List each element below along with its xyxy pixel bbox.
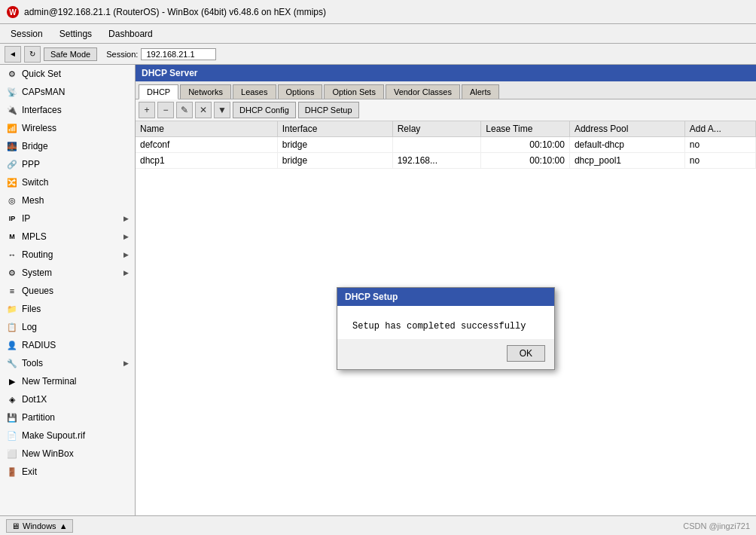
queues-icon: ≡ [6,285,18,297]
dialog: DHCP Setup Setup has completed successfu… [337,287,555,370]
make-supout-icon: 📄 [6,430,18,442]
mpls-arrow-icon: ▶ [123,233,129,240]
sidebar-label-tools: Tools [22,358,43,368]
sidebar-item-make-supout[interactable]: 📄 Make Supout.rif [0,426,135,445]
sidebar-label-radius: RADIUS [22,340,56,350]
files-icon: 📁 [6,303,18,315]
sidebar-item-bridge[interactable]: 🌉 Bridge [0,137,135,155]
interfaces-icon: 🔌 [6,104,18,116]
dhcp-config-button[interactable]: DHCP Config [233,102,296,118]
session-value: 192.168.21.1 [141,48,216,60]
tab-alerts[interactable]: Alerts [462,84,499,99]
ppp-icon: 🔗 [6,158,18,170]
safe-mode-button[interactable]: Safe Mode [44,47,97,61]
sidebar-label-ppp: PPP [22,159,40,170]
sidebar-item-ip[interactable]: IP IP ▶ [0,209,135,228]
sidebar-label-quick-set: Quick Set [22,69,61,79]
sidebar-item-mpls[interactable]: M MPLS ▶ [0,228,135,246]
sidebar-item-partition[interactable]: 💾 Partition [0,408,135,426]
tab-option-sets[interactable]: Option Sets [324,84,383,99]
radius-icon: 👤 [6,339,18,351]
session-label: Session: [106,50,138,59]
sidebar-label-system: System [22,268,52,278]
sidebar-item-switch[interactable]: 🔀 Switch [0,173,135,191]
tools-icon: 🔧 [6,357,18,369]
sidebar-item-queues[interactable]: ≡ Queues [0,282,135,300]
sidebar-item-routing[interactable]: ↔ Routing ▶ [0,246,135,264]
sidebar-item-log[interactable]: 📋 Log [0,318,135,336]
add-button[interactable]: + [139,102,155,118]
sidebar-item-ppp[interactable]: 🔗 PPP [0,155,135,173]
remove-button[interactable]: − [157,102,174,118]
sidebar-item-radius[interactable]: 👤 RADIUS [0,336,135,354]
menu-bar: Session Settings Dashboard [0,24,756,44]
tab-options[interactable]: Options [278,84,323,99]
toolbar: + − ✎ ✕ ▼ DHCP Config DHCP Setup [136,99,756,121]
tab-networks[interactable]: Networks [180,84,231,99]
sidebar-item-dot1x[interactable]: ◈ Dot1X [0,390,135,408]
close-button[interactable]: ✕ [195,102,212,118]
sidebar-item-new-winbox[interactable]: ⬜ New WinBox [0,445,135,463]
edit-button[interactable]: ✎ [176,102,193,118]
dialog-body: Setup has completed successfully [337,306,554,339]
windows-arrow-icon: ▲ [59,521,68,530]
sidebar-label-switch: Switch [22,177,48,188]
sidebar-item-system[interactable]: ⚙ System ▶ [0,264,135,282]
filter-button[interactable]: ▼ [214,102,230,118]
tab-vendor-classes[interactable]: Vendor Classes [386,84,460,99]
sidebar-label-ip: IP [22,213,30,224]
sidebar-label-files: Files [22,304,41,314]
dhcp-setup-button[interactable]: DHCP Setup [298,102,359,118]
sidebar-label-exit: Exit [22,466,37,477]
sidebar-label-wireless: Wireless [22,123,56,133]
sidebar: ⚙ Quick Set 📡 CAPsMAN 🔌 Interfaces 📶 Wir… [0,65,136,535]
terminal-icon: ▶ [6,375,18,387]
table-container: Name Interface Relay Lease Time Address … [136,121,756,535]
windows-button[interactable]: 🖥 Windows ▲ [6,519,73,533]
windows-label: Windows [23,521,56,530]
sidebar-item-exit[interactable]: 🚪 Exit [0,463,135,481]
sidebar-label-interfaces: Interfaces [22,105,62,115]
sidebar-item-wireless[interactable]: 📶 Wireless [0,119,135,137]
sidebar-item-tools[interactable]: 🔧 Tools ▶ [0,354,135,372]
tools-arrow-icon: ▶ [123,359,129,367]
main-area: ⚙ Quick Set 📡 CAPsMAN 🔌 Interfaces 📶 Wir… [0,65,756,535]
svg-text:W: W [9,8,17,17]
dialog-overlay: DHCP Setup Setup has completed successfu… [136,121,756,535]
sidebar-label-bridge: Bridge [22,141,48,151]
sidebar-label-new-terminal: New Terminal [22,376,76,387]
content-title: DHCP Server [142,68,197,78]
dialog-title: DHCP Setup [337,288,554,306]
sidebar-item-mesh[interactable]: ◎ Mesh [0,191,135,209]
log-icon: 📋 [6,321,18,333]
switch-icon: 🔀 [6,176,18,188]
partition-icon: 💾 [6,411,18,423]
menu-dashboard[interactable]: Dashboard [101,27,160,41]
sidebar-label-mpls: MPLS [22,231,47,242]
sidebar-label-queues: Queues [22,286,53,296]
sidebar-label-partition: Partition [22,412,55,423]
menu-settings[interactable]: Settings [52,27,99,41]
tab-dhcp[interactable]: DHCP [139,84,178,99]
mesh-icon: ◎ [6,194,18,206]
sidebar-item-quick-set[interactable]: ⚙ Quick Set [0,65,135,83]
sidebar-label-routing: Routing [22,249,53,260]
sidebar-item-files[interactable]: 📁 Files [0,300,135,318]
app-logo: W [6,5,20,19]
sidebar-label-dot1x: Dot1X [22,394,47,405]
content-header: DHCP Server [136,65,756,81]
dialog-message: Setup has completed successfully [352,321,539,332]
routing-arrow-icon: ▶ [123,251,129,258]
back-button[interactable]: ◄ [5,46,21,63]
menu-session[interactable]: Session [3,27,50,41]
title-text: admin@192.168.21.1 (RouterOS) - WinBox (… [24,7,326,17]
routing-icon: ↔ [6,249,18,261]
sidebar-item-interfaces[interactable]: 🔌 Interfaces [0,101,135,119]
tab-leases[interactable]: Leases [233,84,276,99]
refresh-button[interactable]: ↻ [24,46,41,63]
sidebar-label-log: Log [22,322,37,332]
sidebar-item-capssman[interactable]: 📡 CAPsMAN [0,83,135,101]
dot1x-icon: ◈ [6,393,18,405]
dialog-ok-button[interactable]: OK [507,345,545,362]
sidebar-item-new-terminal[interactable]: ▶ New Terminal [0,372,135,390]
